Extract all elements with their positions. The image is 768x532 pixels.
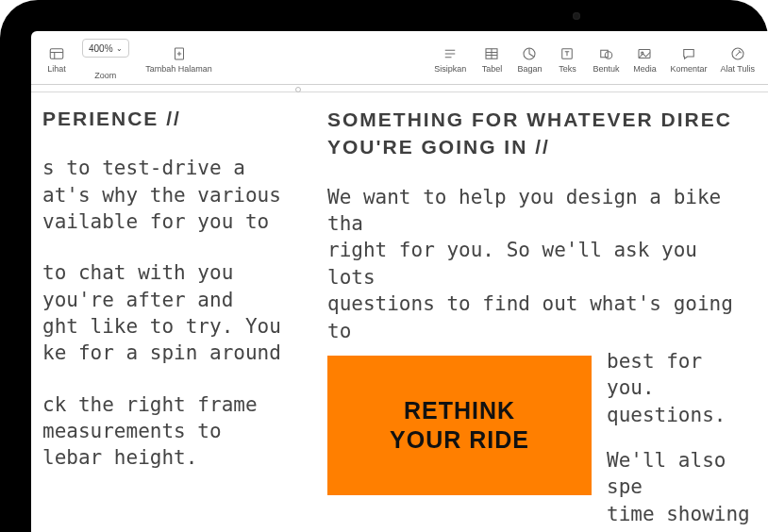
left-heading: PERIENCE // — [42, 106, 305, 132]
pen-icon — [729, 45, 746, 62]
callout-text: RETHINK YOUR RIDE — [390, 396, 529, 456]
text-icon — [559, 45, 576, 62]
table-label: Tabel — [482, 64, 503, 74]
add-page-button[interactable]: Tambah Halaman — [137, 43, 222, 75]
toolbar: Lihat 400% ⌄ Zoom Tambah Halaman — [31, 31, 768, 85]
comment-label: Komentar — [670, 64, 707, 74]
add-page-icon — [171, 45, 188, 62]
text-wrap-block: RETHINK YOUR RIDE best for you. question… — [327, 348, 757, 532]
shape-button[interactable]: Bentuk — [587, 43, 625, 75]
chart-button[interactable]: Bagan — [511, 43, 547, 75]
zoom-label: Zoom — [94, 71, 116, 80]
ruler-indent-marker[interactable] — [295, 87, 301, 92]
zoom-select[interactable]: 400% ⌄ — [82, 39, 129, 58]
zoom-value: 400% — [89, 43, 113, 54]
media-label: Media — [633, 64, 657, 74]
penset-label: Alat Tulis — [720, 64, 755, 74]
callout-box[interactable]: RETHINK YOUR RIDE — [327, 356, 592, 495]
svg-point-18 — [606, 52, 613, 59]
left-column: PERIENCE // s to test-drive a at's why t… — [31, 106, 316, 532]
ruler — [31, 85, 768, 92]
svg-rect-0 — [50, 49, 63, 59]
document-canvas[interactable]: PERIENCE // s to test-drive a at's why t… — [31, 92, 768, 532]
left-para-1: s to test-drive a at's why the various v… — [42, 155, 305, 235]
right-para-1: We want to help you design a bike tha ri… — [327, 184, 757, 344]
add-page-label: Tambah Halaman — [145, 64, 212, 74]
insert-button[interactable]: Sisipkan — [428, 43, 472, 75]
comment-button[interactable]: Komentar — [664, 43, 712, 75]
table-button[interactable]: Tabel — [474, 43, 509, 75]
table-icon — [483, 45, 500, 62]
view-label: Lihat — [47, 64, 66, 74]
wrap-text-a: best for you. questions. — [607, 348, 757, 428]
insert-icon — [442, 45, 459, 62]
left-para-3: ck the right frame measurements to lebar… — [42, 391, 305, 472]
shape-label: Bentuk — [593, 64, 619, 74]
right-column: SOMETHING FOR WHATEVER DIREC YOU'RE GOIN… — [316, 106, 768, 532]
media-button[interactable]: Media — [626, 43, 662, 75]
penset-button[interactable]: Alat Tulis — [714, 43, 760, 75]
svg-rect-17 — [601, 50, 609, 58]
chart-icon — [521, 45, 538, 62]
view-icon — [48, 45, 65, 62]
media-icon — [636, 45, 653, 62]
text-button[interactable]: Teks — [549, 43, 585, 75]
app-window: Lihat 400% ⌄ Zoom Tambah Halaman — [31, 31, 768, 532]
device-camera — [573, 12, 580, 20]
text-label: Teks — [559, 64, 576, 74]
comment-icon — [680, 45, 697, 62]
left-para-2: to chat with you you're after and ght li… — [42, 259, 305, 366]
wrap-text-b: We'll also spe time showing y different … — [607, 447, 757, 532]
insert-label: Sisipkan — [434, 64, 466, 74]
shape-icon — [597, 45, 614, 62]
right-heading: SOMETHING FOR WHATEVER DIREC YOU'RE GOIN… — [327, 106, 757, 161]
view-button[interactable]: Lihat — [39, 43, 75, 75]
chevron-down-icon: ⌄ — [116, 44, 123, 53]
chart-label: Bagan — [517, 64, 542, 74]
